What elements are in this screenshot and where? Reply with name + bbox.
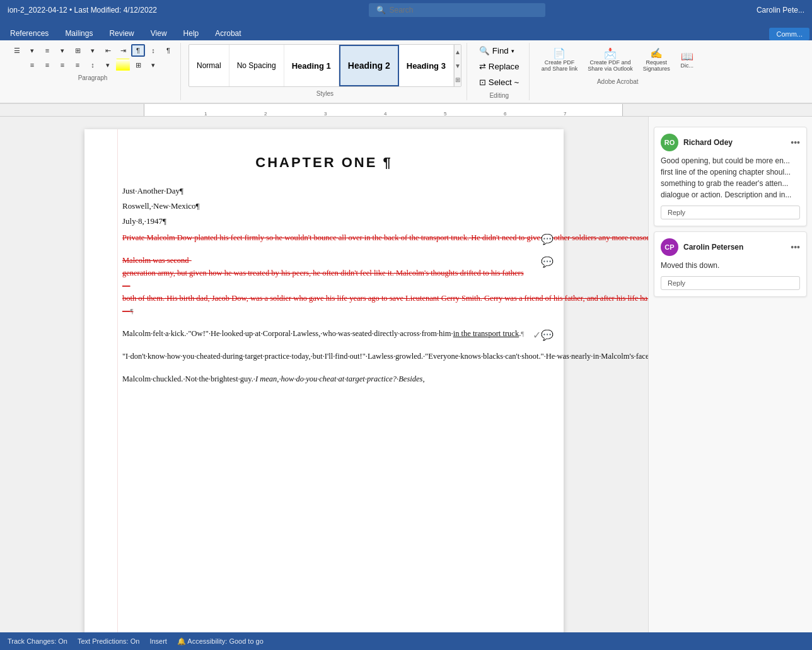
tab-mailings[interactable]: Mailings: [57, 26, 100, 40]
comment-1-reply[interactable]: Reply: [661, 206, 800, 219]
username-label: Carolin Pete...: [757, 6, 804, 15]
align-right-btn[interactable]: ≡: [55, 59, 69, 71]
numbering-dropdown[interactable]: ▾: [55, 44, 69, 57]
style-heading3[interactable]: Heading 3: [399, 45, 454, 86]
bullets-dropdown[interactable]: ▾: [25, 44, 39, 57]
comment-2-initials: CP: [664, 243, 674, 251]
show-hide-btn[interactable]: ¶: [161, 44, 175, 57]
dic-button[interactable]: 📖 Dic...: [676, 47, 699, 72]
p2-text: Malcolm·was·second-generation·army,·but·…: [122, 256, 648, 315]
p1-text: Private·Malcolm·Dow·planted·his·feet·fir…: [122, 233, 648, 242]
paragraph-controls-row2: ≡ ≡ ≡ ≡ ↕ ▾ ⊞ ▾: [25, 59, 160, 71]
select-button[interactable]: ⊡ Select ~: [475, 76, 524, 89]
styles-area: Normal No Spacing Heading 1 Heading 2 He…: [188, 44, 461, 87]
request-sig-icon: ✍: [650, 47, 663, 59]
comment-bubble-1[interactable]: 💬: [541, 231, 554, 248]
status-bar: Track Changes: On Text Predictions: On I…: [0, 632, 812, 650]
tab-references[interactable]: References: [3, 26, 56, 40]
request-sig-label: Request Signatures: [643, 59, 670, 72]
borders-dropdown[interactable]: ▾: [146, 59, 160, 71]
p3-underline: in the transport truck: [453, 329, 519, 338]
dic-icon: 📖: [681, 50, 693, 62]
align-center-btn[interactable]: ≡: [40, 59, 54, 71]
ruler-mark-7: 7: [564, 111, 566, 117]
accessibility-status: 🔔 Accessibility: Good to go: [177, 637, 264, 646]
style-normal[interactable]: Normal: [189, 45, 229, 86]
track-changes-status: Track Changes: On: [8, 637, 67, 645]
ruler: 1 2 3 4 5 6 7: [0, 104, 812, 117]
tab-acrobat[interactable]: Acrobat: [207, 26, 248, 40]
sort-btn[interactable]: ↕: [146, 44, 160, 57]
styles-down-arrow[interactable]: ▼: [455, 59, 461, 73]
multilevel-btn[interactable]: ⊞: [71, 44, 84, 57]
comment-2-body: Moved this down.: [661, 260, 800, 271]
comment-card-1: RO Richard Odey ••• Good opening, but co…: [654, 127, 807, 226]
comments-button[interactable]: Comm...: [769, 28, 809, 40]
select-icon: ⊡: [479, 78, 486, 87]
tab-review[interactable]: Review: [102, 26, 141, 40]
subtitle-2: July·8,·1947¶: [122, 216, 526, 226]
editing-group: 🔍 Find ▾ ⇄ Replace ⊡ Select ~ Editing: [470, 43, 530, 100]
justify-btn[interactable]: ≡: [71, 59, 84, 71]
search-icon: 🔍: [376, 6, 386, 15]
ruler-mark-5: 5: [444, 111, 446, 117]
comment-bubble-3[interactable]: ✓💬: [533, 327, 554, 344]
increase-indent-btn[interactable]: ⇥: [116, 44, 130, 57]
replace-icon: ⇄: [479, 62, 486, 71]
comment-1-avatar: RO: [661, 134, 678, 151]
create-pdf-outlook-button[interactable]: 📩 Create PDF and Share via Outlook: [583, 44, 637, 75]
comment-2-more[interactable]: •••: [791, 242, 800, 252]
document-area[interactable]: CHAPTER ONE ¶ Just·Another·Day¶ Roswell,…: [0, 117, 648, 650]
styles-scroll: Normal No Spacing Heading 1 Heading 2 He…: [189, 45, 454, 86]
search-input[interactable]: [390, 6, 528, 15]
search-box[interactable]: 🔍: [369, 3, 545, 17]
align-left-btn[interactable]: ≡: [25, 59, 39, 71]
acrobat-group: 📄 Create PDF and Share link 📩 Create PDF…: [532, 43, 704, 100]
paragraph-1: Private·Malcolm·Dow·planted·his·feet·fir…: [122, 231, 526, 244]
comment-2-reply[interactable]: Reply: [661, 276, 800, 290]
paragraph-controls-row1: ☰ ▾ ≡ ▾ ⊞ ▾ ⇤ ⇥ ¶ ↕ ¶: [10, 44, 175, 57]
find-button[interactable]: 🔍 Find ▾: [475, 44, 524, 57]
create-pdf-share-button[interactable]: 📄 Create PDF and Share link: [537, 44, 583, 75]
request-signatures-button[interactable]: ✍ Request Signatures: [639, 44, 675, 75]
comment-2-author: Carolin Petersen: [683, 243, 786, 252]
replace-label: Replace: [489, 62, 519, 71]
active-btn[interactable]: ¶: [131, 44, 145, 57]
ribbon: References Mailings Review View Help Acr…: [0, 20, 812, 104]
comment-bubble-2[interactable]: 💬: [541, 254, 554, 270]
ribbon-tabs: References Mailings Review View Help Acr…: [0, 20, 812, 40]
tab-help[interactable]: Help: [176, 26, 207, 40]
comment-1-header: RO Richard Odey •••: [661, 134, 800, 151]
decrease-indent-btn[interactable]: ⇤: [101, 44, 115, 57]
borders-btn[interactable]: ⊞: [131, 59, 145, 71]
shading-btn[interactable]: [116, 59, 130, 71]
styles-up-arrow[interactable]: ▲: [455, 45, 461, 59]
text-predictions-status: Text Predictions: On: [78, 637, 139, 645]
style-heading2[interactable]: Heading 2: [339, 45, 399, 86]
acrobat-buttons: 📄 Create PDF and Share link 📩 Create PDF…: [537, 44, 699, 75]
tab-view[interactable]: View: [143, 26, 175, 40]
find-icon: 🔍: [479, 46, 490, 55]
multilevel-dropdown[interactable]: ▾: [86, 44, 100, 57]
line-spacing-btn[interactable]: ↕: [86, 59, 100, 71]
bullets-btn[interactable]: ☰: [10, 44, 24, 57]
ruler-mark-3: 3: [324, 111, 327, 117]
comment-1-initials: RO: [664, 139, 675, 146]
styles-expand[interactable]: ⊞: [455, 73, 461, 86]
create-pdf-icon: 📄: [553, 47, 566, 59]
replace-button[interactable]: ⇄ Replace: [475, 60, 524, 73]
comment-card-2: CP Carolin Petersen ••• Moved this down.…: [654, 231, 807, 297]
ruler-mark-4: 4: [384, 111, 386, 117]
filename-label: ion-2_2022-04-12 • Last Modified: 4/12/2…: [8, 6, 157, 15]
comment-1-body: Good opening, but could be more en... fi…: [661, 155, 800, 200]
styles-group: Normal No Spacing Heading 1 Heading 2 He…: [183, 43, 467, 100]
find-label: Find: [492, 46, 509, 55]
chapter-heading: CHAPTER ONE ¶: [122, 154, 526, 171]
ribbon-content: ☰ ▾ ≡ ▾ ⊞ ▾ ⇤ ⇥ ¶ ↕ ¶ ≡ ≡ ≡: [0, 40, 812, 103]
subtitle-1: Roswell,·New·Mexico¶: [122, 201, 526, 211]
line-spacing-dropdown[interactable]: ▾: [101, 59, 115, 71]
style-no-spacing[interactable]: No Spacing: [229, 45, 284, 86]
comment-1-more[interactable]: •••: [791, 137, 800, 148]
style-heading1[interactable]: Heading 1: [284, 45, 339, 86]
numbering-btn[interactable]: ≡: [40, 44, 54, 57]
